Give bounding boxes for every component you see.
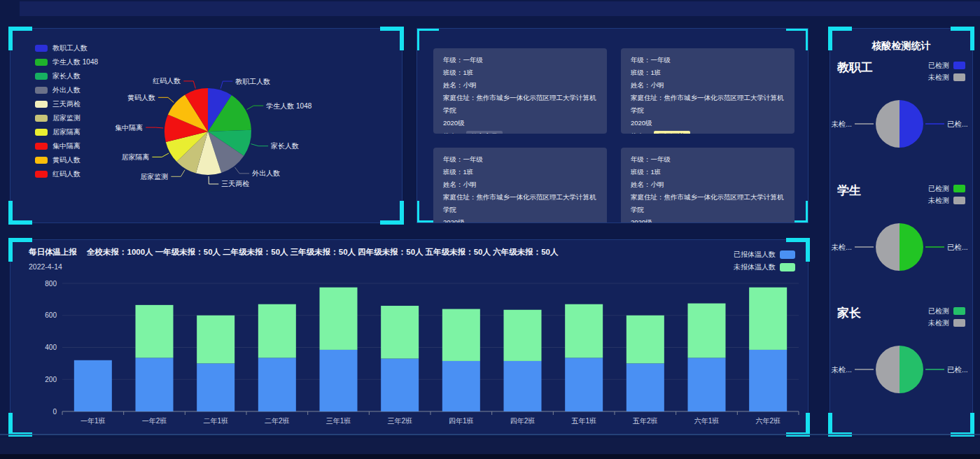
info-card: 年级：一年级班级：1班姓名：小明家庭住址：焦作市城乡一体化示范区理工大学计算机学…	[433, 48, 607, 134]
bar-segment	[381, 359, 419, 411]
card-field: 年级：一年级	[631, 153, 785, 166]
bar-segment	[626, 363, 664, 411]
bar-segment	[197, 316, 234, 364]
corner-bracket	[828, 413, 852, 437]
legend-label: 未检测	[928, 73, 949, 83]
pie-label: 家长人数	[271, 142, 299, 150]
x-category-label: 五年2班	[633, 417, 658, 425]
legend-item[interactable]: 未检测	[928, 71, 965, 83]
mini-pie-label: 已检...	[947, 243, 968, 251]
x-category-label: 二年2班	[265, 417, 290, 425]
x-category-label: 六年2班	[755, 417, 780, 425]
pie-leader-line	[171, 170, 185, 176]
nucleic-section: 家长已检测未检测未检...已检...	[830, 305, 974, 406]
bar-segment	[749, 288, 787, 350]
card-field: 姓名：小明	[443, 178, 597, 191]
nucleic-section-head: 学生已检测未检测	[830, 183, 974, 206]
pie-label: 学生人数 1048	[266, 102, 312, 110]
y-tick-label: 0	[52, 408, 57, 416]
pie-label: 居家隔离	[121, 153, 149, 161]
pie-label: 外出人数	[251, 169, 280, 177]
card-field: 年级：一年级	[631, 54, 785, 66]
top-strip	[20, 1, 980, 16]
mini-pie-label: 未检...	[831, 365, 852, 374]
x-category-label: 三年2班	[387, 417, 412, 425]
y-tick-label: 600	[45, 311, 57, 319]
bar-segment	[136, 358, 174, 411]
corner-bracket	[951, 413, 974, 437]
y-tick-label: 200	[45, 376, 57, 383]
bar-segment	[688, 358, 726, 411]
info-card: 年级：一年级班级：1班姓名：小明家庭住址：焦作市城乡一体化示范区理工大学计算机学…	[621, 48, 794, 134]
card-status-label: 状态：	[631, 130, 651, 134]
pie-leader-line	[146, 127, 163, 128]
card-field: 年级：一年级	[443, 153, 597, 166]
panel-nucleic-stats: 核酸检测统计 教职工已检测未检测未检...已检...学生已检测未检测未检...已…	[830, 28, 973, 435]
bar-segment	[565, 304, 603, 358]
panel-student-cards: 年级：一年级班级：1班姓名：小明家庭住址：焦作市城乡一体化示范区理工大学计算机学…	[416, 28, 808, 223]
panel-temperature-report: 每日体温上报全校未报：1000人 一年级未报：50人 二年级未报：50人 三年级…	[10, 239, 808, 435]
legend-item[interactable]: 未检测	[928, 317, 965, 329]
card-status-row: 状态：三天两检	[631, 130, 785, 134]
epidemic-dashboard: 教职工人数学生人数 1048家长人数外出人数三天两检居家监测居家隔离集中隔离黄码…	[0, 0, 980, 459]
card-status-label: 状态：	[443, 130, 463, 134]
info-card: 年级：一年级班级：1班姓名：小明家庭住址：焦作市城乡一体化示范区理工大学计算机学…	[433, 148, 607, 223]
bar-segment	[258, 304, 296, 358]
legend-swatch	[953, 197, 965, 204]
legend-item[interactable]: 已检测	[928, 59, 965, 71]
legend-label: 已检测	[928, 306, 949, 316]
card-field: 家庭住址：焦作市城乡一体化示范区理工大学计算机学院 2020级	[631, 191, 785, 223]
legend-label: 已检测	[928, 184, 949, 194]
mini-pie-label: 未检...	[831, 120, 852, 128]
nucleic-legend: 已检测未检测	[928, 183, 965, 206]
legend-item[interactable]: 已检测	[928, 183, 965, 195]
bar-segment	[320, 288, 358, 350]
bar-segment	[626, 316, 664, 364]
status-badge: 外出人员	[466, 131, 503, 134]
pie-leader-line	[235, 167, 250, 174]
pie-leader-line	[209, 176, 218, 184]
card-field: 班级：1班	[443, 66, 597, 79]
pie-leader-line	[247, 106, 264, 109]
bar-segment	[749, 350, 787, 411]
pie-label: 教职工人数	[235, 78, 270, 85]
y-tick-label: 800	[45, 280, 57, 288]
x-category-label: 一年1班	[80, 417, 106, 425]
legend-swatch	[953, 307, 965, 315]
legend-swatch	[953, 319, 965, 327]
legend-item[interactable]: 已检测	[928, 305, 965, 317]
card-field: 班级：1班	[443, 166, 597, 178]
legend-label: 未检测	[928, 318, 949, 328]
x-category-label: 五年1班	[571, 417, 596, 425]
card-status-row: 状态：外出人员	[443, 130, 597, 134]
card-field: 班级：1班	[631, 166, 785, 178]
bar-segment	[381, 306, 419, 358]
x-category-label: 六年1班	[694, 417, 720, 425]
bar-segment	[258, 358, 296, 411]
bar-segment	[442, 361, 480, 411]
bar-segment	[136, 305, 174, 358]
pie-leader-line	[220, 81, 232, 89]
card-field: 姓名：小明	[631, 178, 785, 191]
nucleic-section-head: 家长已检测未检测	[830, 305, 974, 329]
student-cards-grid: 年级：一年级班级：1班姓名：小明家庭住址：焦作市城乡一体化示范区理工大学计算机学…	[433, 48, 794, 223]
divider-glow	[0, 434, 980, 435]
legend-label: 已检测	[928, 61, 949, 71]
info-card: 年级：一年级班级：1班姓名：小明家庭住址：焦作市城乡一体化示范区理工大学计算机学…	[621, 148, 794, 223]
legend-item[interactable]: 未检测	[928, 195, 965, 206]
mini-pie-chart: 未检...已检...	[830, 211, 974, 283]
mini-pie-label: 已检...	[947, 120, 968, 128]
bar-segment	[197, 363, 234, 411]
nucleic-section: 教职工已检测未检测未检...已检...	[830, 59, 974, 160]
mini-pie-chart: 未检...已检...	[830, 87, 974, 160]
x-category-label: 三年1班	[326, 417, 351, 425]
bar-segment	[74, 360, 112, 411]
mini-pie-label: 已检...	[947, 365, 968, 374]
status-badge: 三天两检	[654, 131, 690, 134]
card-field: 家庭住址：焦作市城乡一体化示范区理工大学计算机学院 2020级	[631, 92, 785, 129]
temperature-bar-chart: 0200400600800一年1班一年2班二年1班二年2班三年1班三年2班四年1…	[10, 240, 809, 436]
card-field: 年级：一年级	[443, 54, 597, 66]
pie-leader-line	[158, 97, 174, 102]
footer-strip	[0, 438, 980, 459]
card-field: 家庭住址：焦作市城乡一体化示范区理工大学计算机学院 2020级	[443, 191, 597, 223]
